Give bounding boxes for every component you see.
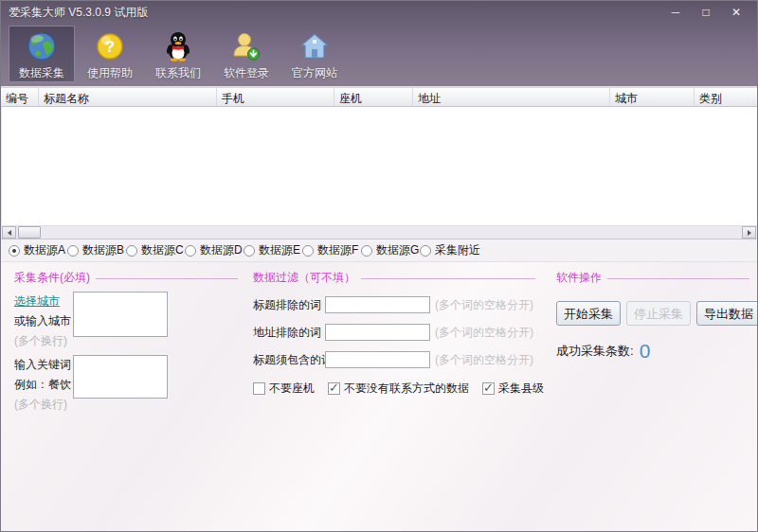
city-input[interactable] bbox=[73, 292, 168, 337]
checkbox-label: 不要没有联系方式的数据 bbox=[344, 381, 469, 397]
svg-text:?: ? bbox=[105, 38, 115, 56]
toolbar-website-button[interactable]: 官方网站 bbox=[281, 26, 348, 82]
group-header: 数据过滤（可不填） bbox=[253, 270, 543, 286]
start-collect-button[interactable]: 开始采集 bbox=[556, 301, 621, 326]
data-source-selector: 数据源A 数据源B 数据源C 数据源D 数据源E 数据源F 数据源G 采集附近 bbox=[1, 239, 757, 262]
scroll-right-arrow[interactable] bbox=[742, 226, 756, 239]
checkbox-require-contact[interactable]: 不要没有联系方式的数据 bbox=[328, 381, 469, 397]
group-divider bbox=[607, 278, 749, 279]
radio-data-source-e[interactable]: 数据源E bbox=[244, 242, 302, 258]
keyword-example: 例如：餐饮 bbox=[14, 377, 73, 393]
close-button[interactable]: ✕ bbox=[729, 5, 744, 20]
radio-data-source-c[interactable]: 数据源C bbox=[126, 242, 185, 258]
title-exclude-input[interactable] bbox=[325, 296, 430, 313]
minimize-button[interactable]: ─ bbox=[668, 5, 683, 20]
horizontal-scrollbar[interactable] bbox=[1, 225, 757, 239]
checkbox-no-landline[interactable]: 不要座机 bbox=[253, 381, 315, 397]
radio-data-source-g[interactable]: 数据源G bbox=[361, 242, 420, 258]
radio-icon bbox=[302, 245, 314, 257]
results-table-body[interactable] bbox=[1, 107, 757, 225]
address-exclude-label: 地址排除的词 bbox=[253, 325, 325, 341]
title-include-label: 标题须包含的词 bbox=[253, 352, 325, 368]
checkbox-collect-county[interactable]: 采集县级 bbox=[482, 381, 544, 397]
space-separated-hint: (多个词的空格分开) bbox=[435, 325, 533, 341]
help-icon: ? bbox=[93, 29, 127, 62]
filter-checkboxes-row: 不要座机 不要没有联系方式的数据 采集县级 bbox=[253, 381, 543, 397]
toolbar-label: 数据采集 bbox=[19, 65, 64, 81]
right-arrow-icon bbox=[748, 230, 751, 236]
column-header-city[interactable]: 城市 bbox=[610, 88, 695, 106]
collect-conditions-title: 采集条件(必填) bbox=[14, 270, 90, 286]
export-data-button[interactable]: 导出数据 bbox=[696, 301, 757, 326]
stop-collect-button: 停止采集 bbox=[626, 301, 691, 326]
radio-data-source-a[interactable]: 数据源A bbox=[9, 242, 67, 258]
keyword-condition-row: 输入关键词 例如：餐饮 (多个换行) bbox=[14, 355, 245, 413]
software-ops-title: 软件操作 bbox=[556, 270, 602, 286]
toolbar-label: 官方网站 bbox=[292, 65, 337, 81]
radio-icon bbox=[244, 245, 255, 257]
maximize-button[interactable]: □ bbox=[698, 5, 713, 20]
data-filter-title: 数据过滤（可不填） bbox=[253, 270, 355, 286]
checkbox-icon bbox=[328, 382, 340, 395]
toolbar-data-collect-button[interactable]: 数据采集 bbox=[9, 26, 75, 82]
keyword-labels: 输入关键词 例如：餐饮 (多个换行) bbox=[14, 355, 73, 413]
window-controls: ─ □ ✕ bbox=[668, 5, 749, 20]
operation-buttons-row: 开始采集 停止采集 导出数据 参数 bbox=[556, 301, 757, 326]
collect-conditions-group: 采集条件(必填) 选择城市 或输入城市 (多个换行) 输入关键词 例如：餐饮 (… bbox=[1, 262, 245, 531]
window-chrome: 爱采集大师 V5.3.0.9 试用版 ─ □ ✕ 数据采集 bbox=[1, 1, 757, 88]
radio-label: 数据源F bbox=[317, 242, 358, 258]
radio-data-source-b[interactable]: 数据源B bbox=[67, 242, 126, 258]
app-window: 爱采集大师 V5.3.0.9 试用版 ─ □ ✕ 数据采集 bbox=[0, 0, 758, 532]
bottom-panel: 采集条件(必填) 选择城市 或输入城市 (多个换行) 输入关键词 例如：餐饮 (… bbox=[1, 262, 757, 531]
keyword-label: 输入关键词 bbox=[14, 357, 73, 373]
radio-icon bbox=[67, 245, 79, 257]
radio-data-source-d[interactable]: 数据源D bbox=[185, 242, 244, 258]
city-multiline-hint: (多个换行) bbox=[14, 333, 73, 349]
radio-collect-nearby[interactable]: 采集附近 bbox=[420, 242, 480, 258]
checkbox-label: 不要座机 bbox=[269, 381, 315, 397]
space-separated-hint: (多个词的空格分开) bbox=[435, 352, 533, 368]
title-include-row: 标题须包含的词 (多个词的空格分开) bbox=[253, 351, 543, 368]
title-include-input[interactable] bbox=[325, 351, 430, 368]
toolbar-label: 使用帮助 bbox=[87, 65, 133, 81]
checkbox-label: 采集县级 bbox=[498, 381, 544, 397]
column-header-address[interactable]: 地址 bbox=[413, 88, 610, 106]
column-header-title[interactable]: 标题名称 bbox=[39, 88, 217, 106]
group-header: 软件操作 bbox=[556, 270, 757, 286]
radio-icon bbox=[420, 245, 431, 257]
radio-label: 数据源A bbox=[24, 242, 65, 258]
address-exclude-input[interactable] bbox=[325, 324, 430, 341]
radio-label: 采集附近 bbox=[435, 242, 480, 258]
data-filter-group: 数据过滤（可不填） 标题排除的词 (多个词的空格分开) 地址排除的词 (多个词的… bbox=[245, 262, 543, 531]
radio-data-source-f[interactable]: 数据源F bbox=[302, 242, 361, 258]
radio-label: 数据源C bbox=[141, 242, 184, 258]
space-separated-hint: (多个词的空格分开) bbox=[435, 297, 533, 313]
toolbar-login-button[interactable]: 软件登录 bbox=[213, 26, 280, 82]
scroll-left-arrow[interactable] bbox=[2, 226, 16, 239]
radio-icon bbox=[126, 245, 137, 257]
group-divider bbox=[96, 278, 238, 279]
group-header: 采集条件(必填) bbox=[14, 270, 245, 286]
select-city-link[interactable]: 选择城市 bbox=[14, 293, 60, 310]
keyword-multiline-hint: (多个换行) bbox=[14, 397, 73, 413]
radio-label: 数据源G bbox=[376, 242, 419, 258]
qq-penguin-icon bbox=[161, 29, 195, 62]
column-header-number[interactable]: 编号 bbox=[1, 88, 39, 106]
address-exclude-row: 地址排除的词 (多个词的空格分开) bbox=[253, 324, 543, 341]
checkbox-icon bbox=[253, 382, 265, 395]
toolbar-help-button[interactable]: ? 使用帮助 bbox=[77, 26, 143, 82]
scrollbar-thumb[interactable] bbox=[18, 226, 41, 239]
left-arrow-icon bbox=[8, 230, 11, 236]
group-divider bbox=[361, 278, 535, 279]
keyword-input[interactable] bbox=[73, 355, 168, 399]
column-header-mobile[interactable]: 手机 bbox=[217, 88, 334, 106]
toolbar-label: 软件登录 bbox=[224, 65, 269, 81]
column-header-category[interactable]: 类别 bbox=[695, 88, 757, 106]
city-labels: 选择城市 或输入城市 (多个换行) bbox=[14, 292, 73, 349]
user-login-icon bbox=[229, 29, 263, 62]
radio-icon bbox=[9, 245, 20, 257]
column-header-landline[interactable]: 座机 bbox=[334, 88, 413, 106]
toolbar-contact-button[interactable]: 联系我们 bbox=[145, 26, 211, 82]
title-bar[interactable]: 爱采集大师 V5.3.0.9 试用版 ─ □ ✕ bbox=[1, 1, 757, 24]
success-count-row: 成功采集条数: 0 bbox=[556, 341, 757, 361]
